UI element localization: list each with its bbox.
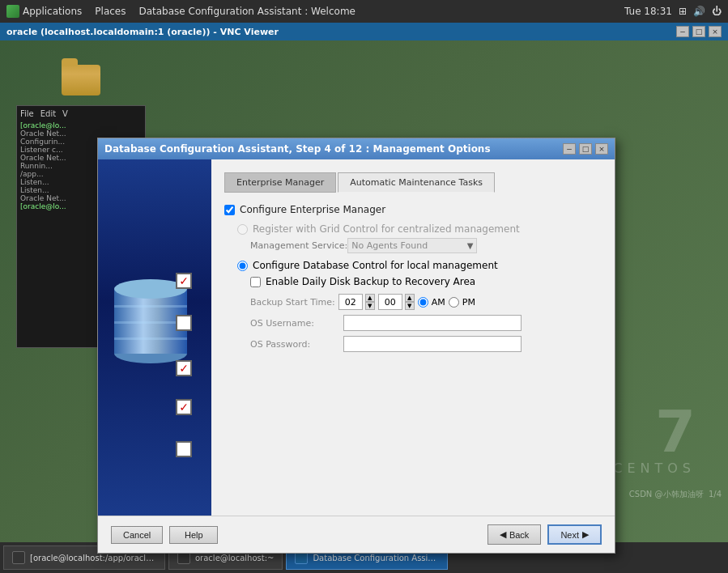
taskbar-top: Applications Places Database Configurati…	[0, 0, 728, 23]
dialog-titlebar: Database Configuration Assistant, Step 4…	[98, 138, 615, 159]
overlay-checkbox-3	[176, 360, 192, 376]
desktop-area: File Edit V [oracle@lo... Oracle Net... …	[0, 40, 728, 541]
configure-em-label: Configure Enterprise Manager	[240, 204, 385, 215]
dropdown-arrow-icon: ▼	[467, 241, 474, 250]
vnc-close-button[interactable]: ×	[709, 26, 722, 37]
dialog-window: Database Configuration Assistant, Step 4…	[97, 138, 615, 554]
am-label: AM	[432, 297, 445, 308]
management-service-dropdown[interactable]: No Agents Found ▼	[347, 238, 477, 253]
watermark-label: CSDN @小韩加油呀 1/4	[629, 489, 722, 500]
dialog-restore-button[interactable]: □	[579, 143, 592, 155]
vnc-minimize-button[interactable]: −	[676, 26, 689, 37]
am-pm-group: AM PM	[418, 297, 475, 308]
radio-pm[interactable]	[449, 297, 459, 308]
minute-down-button[interactable]: ▼	[405, 302, 415, 310]
vnc-title: oracle (localhost.localdomain:1 (oracle)…	[6, 27, 279, 37]
os-password-label: OS Password:	[250, 339, 343, 350]
local-management-section: Enable Daily Disk Backup to Recovery Are…	[237, 276, 602, 352]
radio-local-label: Configure Database Control for local man…	[253, 260, 498, 271]
radio-am[interactable]	[418, 297, 428, 308]
cancel-button[interactable]: Cancel	[111, 526, 163, 544]
management-service-label: Management Service:	[250, 240, 347, 251]
centos-label: CENTOS	[613, 461, 696, 476]
vnc-controls: − □ ×	[676, 26, 722, 37]
dialog-bottom: Cancel Help ◀ Back Next ▶	[98, 516, 615, 553]
centos-watermark: 7 CENTOS	[613, 402, 696, 476]
window-title-top: Database Configuration Assistant : Welco…	[138, 6, 355, 17]
configure-em-checkbox[interactable]	[224, 205, 235, 215]
time-hour-field[interactable]: 02	[338, 294, 363, 310]
radio-local-management[interactable]	[237, 261, 248, 271]
places-label: Places	[95, 6, 126, 17]
radio-grid-control[interactable]	[237, 224, 248, 235]
centos-number: 7	[613, 402, 696, 461]
radio-grid-label: Register with Grid Control for centraliz…	[253, 223, 520, 235]
terminal-line1: Oracle Net...	[20, 129, 142, 138]
folder-shape	[62, 65, 100, 96]
radio-section: Register with Grid Control for centraliz…	[224, 223, 602, 271]
next-arrow-icon: ▶	[582, 529, 589, 540]
backup-time-row: Backup Start Time: 02 ▲ ▼ 00	[250, 294, 602, 310]
taskbar-left: Applications Places Database Configurati…	[6, 5, 355, 18]
os-username-input[interactable]	[343, 315, 522, 331]
dialog-left-panel	[98, 159, 211, 516]
checkbox-overlay	[98, 159, 211, 516]
terminal-file-menu[interactable]: File	[20, 109, 34, 118]
vnc-titlebar: oracle (localhost.localdomain:1 (oracle)…	[0, 23, 728, 40]
dialog-title: Database Configuration Assistant, Step 4…	[104, 143, 491, 155]
overlay-checkbox-4	[176, 399, 192, 415]
terminal-menubar: File Edit V	[20, 109, 142, 118]
btn-group-left: Cancel Help	[111, 526, 218, 544]
next-button[interactable]: Next ▶	[547, 524, 602, 545]
dialog-content: Enterprise Manager Automatic Maintenance…	[211, 159, 615, 516]
hour-spinner: ▲ ▼	[365, 294, 375, 310]
btn-group-right: ◀ Back Next ▶	[487, 524, 602, 545]
os-username-row: OS Username:	[250, 315, 602, 331]
os-password-row: OS Password:	[250, 336, 602, 352]
radio-local-row: Configure Database Control for local man…	[237, 260, 602, 271]
tab-bar: Enterprise Manager Automatic Maintenance…	[224, 172, 602, 193]
tab-automatic-maintenance[interactable]: Automatic Maintenance Tasks	[338, 172, 495, 193]
hour-down-button[interactable]: ▼	[365, 302, 375, 310]
overlay-checkbox-1	[176, 273, 192, 289]
minute-spinner: ▲ ▼	[405, 294, 415, 310]
taskbar-right: Tue 18:31 ⊞ 🔊 ⏻	[624, 6, 722, 17]
places-menu[interactable]: Places	[95, 6, 126, 17]
dialog-body: Enterprise Manager Automatic Maintenance…	[98, 159, 615, 516]
os-username-label: OS Username:	[250, 318, 343, 329]
vnc-maximize-button[interactable]: □	[692, 26, 705, 37]
backup-start-label: Backup Start Time:	[250, 297, 335, 308]
applications-menu[interactable]: Applications	[6, 5, 82, 18]
management-service-row: Management Service: No Agents Found ▼	[250, 238, 602, 253]
applications-label[interactable]: Applications	[23, 6, 82, 17]
back-arrow-icon: ◀	[500, 529, 506, 540]
dialog-close-button[interactable]: ×	[595, 143, 608, 155]
terminal-prompt: [oracle@lo...	[20, 121, 142, 129]
pm-label: PM	[462, 297, 475, 308]
minute-up-button[interactable]: ▲	[405, 294, 415, 302]
os-password-input[interactable]	[343, 336, 522, 352]
desktop: Applications Places Database Configurati…	[0, 0, 728, 573]
gnome-icon	[6, 5, 19, 18]
overlay-checkbox-5	[176, 441, 192, 457]
terminal-edit-menu[interactable]: Edit	[40, 109, 56, 118]
enable-backup-label: Enable Daily Disk Backup to Recovery Are…	[266, 276, 475, 287]
terminal1-icon	[12, 551, 25, 564]
terminal-view-menu[interactable]: V	[62, 109, 68, 118]
dialog-minimize-button[interactable]: −	[563, 143, 576, 155]
help-button[interactable]: Help	[169, 526, 218, 544]
hour-up-button[interactable]: ▲	[365, 294, 375, 302]
back-button[interactable]: ◀ Back	[487, 524, 541, 545]
network-icon: ⊞	[679, 6, 687, 17]
time-minute-field[interactable]: 00	[378, 294, 402, 310]
configure-em-row: Configure Enterprise Manager	[224, 204, 602, 215]
overlay-checkbox-2	[176, 315, 192, 331]
volume-icon: 🔊	[693, 6, 705, 17]
tab-enterprise-manager[interactable]: Enterprise Manager	[224, 172, 336, 193]
dialog-controls: − □ ×	[563, 143, 608, 155]
backup-check-row: Enable Daily Disk Backup to Recovery Are…	[250, 276, 602, 287]
radio-grid-row: Register with Grid Control for centraliz…	[237, 223, 602, 235]
folder-icon[interactable]	[57, 65, 105, 96]
power-icon[interactable]: ⏻	[712, 6, 722, 17]
enable-backup-checkbox[interactable]	[250, 277, 261, 287]
